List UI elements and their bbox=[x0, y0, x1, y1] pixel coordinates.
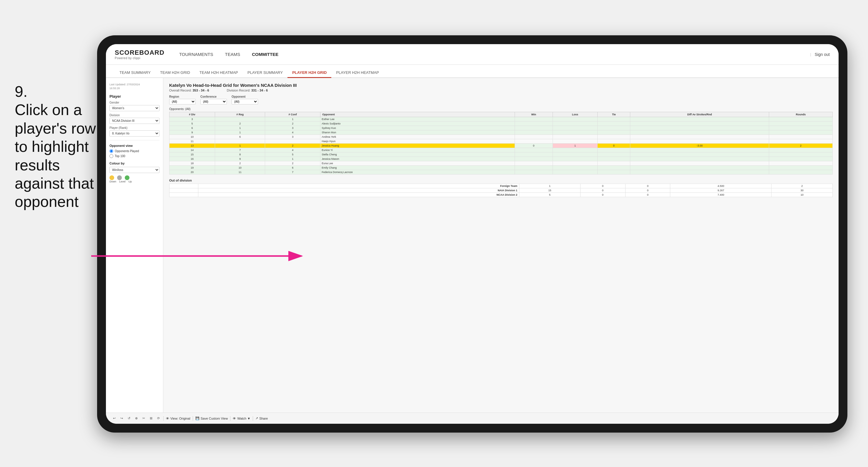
nav-links: TOURNAMENTS TEAMS COMMITTEE bbox=[179, 50, 810, 58]
col-win: Win bbox=[515, 112, 553, 117]
logo-title: SCOREBOARD bbox=[115, 49, 164, 57]
sub-nav: TEAM SUMMARY TEAM H2H GRID TEAM H2H HEAT… bbox=[106, 65, 839, 78]
division-select[interactable]: NCAA Division III bbox=[110, 118, 159, 124]
player-rank-label: Player (Rank) bbox=[110, 126, 159, 129]
logo-area: SCOREBOARD Powered by clippi bbox=[115, 49, 164, 60]
step-number: 9. bbox=[15, 83, 97, 101]
logo-sub: Powered by clippi bbox=[115, 57, 164, 60]
nav-bar: SCOREBOARD Powered by clippi TOURNAMENTS… bbox=[106, 44, 839, 65]
col-conf: # Conf bbox=[265, 112, 320, 117]
table-row[interactable]: 613Sydney Kuo bbox=[169, 126, 833, 130]
opponent-view-title: Opponent view bbox=[110, 144, 159, 148]
share-btn[interactable]: ↗ Share bbox=[255, 416, 268, 420]
table-row[interactable]: 1691Jessica Mason bbox=[169, 157, 833, 161]
col-rounds: Rounds bbox=[769, 112, 833, 117]
division-label: Division bbox=[110, 114, 159, 117]
table-row[interactable]: 522Alexis Sudjianto bbox=[169, 122, 833, 126]
table-row[interactable]: 19106Emily Chang bbox=[169, 166, 833, 170]
tab-player-h2h-heatmap[interactable]: PLAYER H2H HEATMAP bbox=[331, 68, 383, 78]
h2h-table: # Div # Reg # Conf Opponent Win Loss Tie… bbox=[169, 112, 833, 175]
instruction-body: Click on a player's row to highlight res… bbox=[15, 101, 97, 211]
tab-player-h2h-grid[interactable]: PLAYER H2H GRID bbox=[287, 68, 331, 78]
toolbar-sep2 bbox=[193, 416, 193, 421]
tab-team-h2h-heatmap[interactable]: TEAM H2H HEATMAP bbox=[195, 68, 243, 78]
radio-opponents-played[interactable]: Opponents Played bbox=[110, 149, 159, 153]
col-diff: Diff Av Strokes/Rnd bbox=[630, 112, 769, 117]
colour-by-title: Colour by bbox=[110, 161, 159, 165]
col-opponent: Opponent bbox=[320, 112, 515, 117]
region-filter-group: Region (All) bbox=[169, 95, 196, 104]
nav-separator: | bbox=[810, 52, 811, 57]
redo-btn[interactable]: ↪ bbox=[119, 416, 124, 421]
legend-labels: Down Level Up bbox=[110, 180, 159, 183]
tab-team-summary[interactable]: TEAM SUMMARY bbox=[115, 68, 155, 78]
table-row[interactable]: 1312Jessica Huang010-3.002 bbox=[169, 144, 833, 148]
instruction-text: 9. Click on a player's row to highlight … bbox=[15, 83, 97, 211]
sign-out[interactable]: Sign out bbox=[815, 52, 830, 57]
tablet-frame: SCOREBOARD Powered by clippi TOURNAMENTS… bbox=[97, 35, 847, 433]
grid-title: Katelyn Vo Head-to-Head Grid for Women's… bbox=[169, 83, 833, 88]
nav-tournaments[interactable]: TOURNAMENTS bbox=[179, 50, 213, 58]
toolbar-sep bbox=[163, 416, 164, 421]
out-div-row[interactable]: NAIA Division 115009.26730 bbox=[169, 188, 833, 193]
undo-btn[interactable]: ↩ bbox=[112, 416, 117, 421]
filter-row: Region (All) Conference (All) Opponent bbox=[169, 95, 833, 104]
colour-by-select[interactable]: Win/loss bbox=[110, 167, 159, 173]
opponents-label-row: Opponents: (All) bbox=[169, 107, 833, 111]
region-filter-select[interactable]: (All) bbox=[169, 99, 196, 104]
radio-top100[interactable]: Top 100 bbox=[110, 154, 159, 158]
add-btn[interactable]: ⊕ bbox=[134, 416, 139, 421]
radio-group: Opponents Played Top 100 bbox=[110, 149, 159, 158]
gender-select[interactable]: Women's bbox=[110, 105, 159, 111]
gender-label: Gender bbox=[110, 101, 159, 104]
out-div-row[interactable]: NCAA Division 25007.40010 bbox=[169, 193, 833, 197]
tablet-screen: SCOREBOARD Powered by clippi TOURNAMENTS… bbox=[106, 44, 839, 424]
table-row[interactable]: 914Sharon Mun bbox=[169, 130, 833, 135]
legend-row bbox=[110, 176, 159, 180]
division-record: Division Record: 331 - 34 - 6 bbox=[227, 89, 268, 92]
out-div-row[interactable]: Foreign Team1004.5002 bbox=[169, 184, 833, 188]
out-of-division: Out of division Foreign Team1004.5002NAI… bbox=[169, 179, 833, 197]
grid-btn[interactable]: ⊞ bbox=[149, 416, 154, 421]
table-row[interactable]: 11Haejo Hyun bbox=[169, 139, 833, 144]
overall-record: Overall Record: 353 - 34 - 6 bbox=[169, 89, 209, 92]
conference-filter-group: Conference (All) bbox=[200, 95, 227, 104]
opponent-filter-select[interactable]: (All) bbox=[231, 99, 258, 104]
tab-team-h2h-grid[interactable]: TEAM H2H GRID bbox=[155, 68, 195, 78]
save-custom-view-btn[interactable]: 💾 Save Custom View bbox=[195, 416, 228, 420]
legend-dot-level bbox=[117, 176, 122, 180]
col-div: # Div bbox=[169, 112, 215, 117]
bottom-toolbar: ↩ ↪ ↺ ⊕ ✂ ⊞ ⟳ 👁 View: Original 💾 Save Cu… bbox=[106, 412, 839, 424]
nav-committee[interactable]: COMMITTEE bbox=[252, 50, 278, 58]
records-row: Overall Record: 353 - 34 - 6 Division Re… bbox=[169, 89, 833, 92]
watch-btn[interactable]: 👁 Watch ▼ bbox=[233, 417, 250, 420]
table-row[interactable]: 1474Eunice Yi bbox=[169, 148, 833, 152]
table-row[interactable]: 1063Andrea York bbox=[169, 135, 833, 139]
table-header-row: # Div # Reg # Conf Opponent Win Loss Tie… bbox=[169, 112, 833, 117]
toolbar-sep4 bbox=[253, 416, 253, 421]
out-of-div-title: Out of division bbox=[169, 179, 833, 182]
grid-header: Katelyn Vo Head-to-Head Grid for Women's… bbox=[169, 83, 833, 92]
cut-btn[interactable]: ✂ bbox=[141, 416, 146, 421]
main-content: Last Updated: 27/03/2024 16:55:28 Player… bbox=[106, 78, 839, 412]
nav-teams[interactable]: TEAMS bbox=[225, 50, 240, 58]
sidebar: Last Updated: 27/03/2024 16:55:28 Player… bbox=[106, 78, 163, 412]
player-section-title: Player bbox=[110, 94, 159, 99]
view-original-btn[interactable]: 👁 View: Original bbox=[166, 417, 190, 420]
grid-area: Katelyn Vo Head-to-Head Grid for Women's… bbox=[163, 78, 839, 412]
col-reg: # Reg bbox=[215, 112, 265, 117]
cycle-btn[interactable]: ⟳ bbox=[156, 416, 161, 421]
legend-dot-up bbox=[125, 176, 129, 180]
player-select[interactable]: 8. Katelyn Vo bbox=[110, 130, 159, 136]
last-updated: Last Updated: 27/03/2024 16:55:28 bbox=[110, 83, 159, 90]
legend-dot-down bbox=[110, 176, 114, 180]
tab-player-summary[interactable]: PLAYER SUMMARY bbox=[243, 68, 287, 78]
col-tie: Tie bbox=[598, 112, 630, 117]
table-row[interactable]: 1822Euna Lee bbox=[169, 161, 833, 166]
table-row[interactable]: 20117Federica Domecq Lacroze bbox=[169, 170, 833, 175]
table-row[interactable]: 31Esther Lee bbox=[169, 117, 833, 122]
table-row[interactable]: 1585Stella Cheng bbox=[169, 152, 833, 157]
out-of-div-table: Foreign Team1004.5002NAIA Division 11500… bbox=[169, 184, 833, 197]
refresh-btn[interactable]: ↺ bbox=[126, 416, 131, 421]
conference-filter-select[interactable]: (All) bbox=[200, 99, 227, 104]
